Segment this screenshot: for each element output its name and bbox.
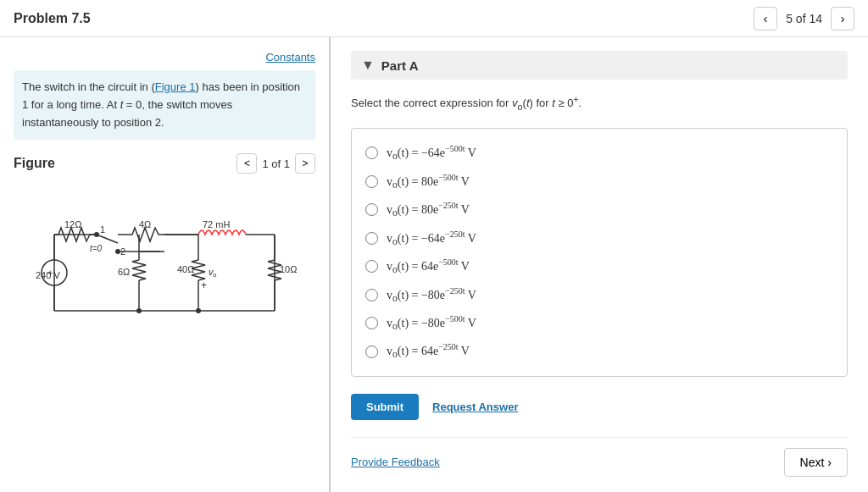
- right-panel: ▼ Part A Select the correct expression f…: [331, 37, 868, 492]
- choice-label-7: vo(t) = −80e−500t V: [387, 314, 476, 332]
- circuit-diagram: 12Ω 1 t=0 2: [14, 184, 315, 336]
- part-header: ▼ Part A: [351, 51, 848, 80]
- svg-text:o: o: [213, 271, 217, 279]
- choice-radio-6[interactable]: [365, 289, 378, 301]
- choice-item[interactable]: vo(t) = 64e−500t V: [365, 252, 833, 280]
- svg-point-38: [136, 308, 142, 313]
- svg-line-6: [97, 235, 118, 243]
- action-row: Submit Request Answer: [351, 394, 848, 420]
- problem-description: The switch in the circuit in (Figure 1) …: [14, 70, 315, 140]
- choice-item[interactable]: vo(t) = −64e−250t V: [365, 224, 833, 252]
- svg-point-39: [196, 308, 201, 313]
- submit-button[interactable]: Submit: [351, 394, 419, 420]
- figure-section: Figure < 1 of 1 >: [14, 153, 315, 336]
- main-layout: Constants The switch in the circuit in (…: [0, 37, 868, 492]
- svg-text:6Ω: 6Ω: [118, 267, 130, 277]
- choice-label-6: vo(t) = −80e−250t V: [387, 286, 476, 304]
- request-answer-link[interactable]: Request Answer: [432, 401, 518, 413]
- svg-text:10Ω: 10Ω: [280, 264, 297, 274]
- choice-radio-5[interactable]: [365, 260, 378, 273]
- choice-label-5: vo(t) = 64e−500t V: [387, 257, 470, 275]
- part-title: Part A: [381, 58, 419, 73]
- constants-link[interactable]: Constants: [14, 51, 315, 64]
- figure-next-button[interactable]: >: [295, 153, 315, 174]
- choice-label-1: vo(t) = −64e−500t V: [387, 144, 476, 162]
- svg-text:240 V: 240 V: [36, 270, 60, 280]
- choice-radio-2[interactable]: [365, 175, 378, 188]
- choice-item[interactable]: vo(t) = −80e−500t V: [365, 309, 833, 337]
- prev-problem-button[interactable]: ‹: [754, 7, 777, 30]
- question-text: Select the correct expression for vo(t) …: [351, 93, 848, 114]
- footer-row: Provide Feedback Next ›: [351, 437, 848, 487]
- choice-radio-8[interactable]: [365, 346, 378, 358]
- figure-prev-button[interactable]: <: [236, 153, 257, 174]
- problem-title: Problem 7.5: [14, 11, 91, 26]
- provide-feedback-link[interactable]: Provide Feedback: [351, 456, 440, 468]
- choices-box: vo(t) = −64e−500t V vo(t) = 80e−500t V v…: [351, 128, 848, 377]
- figure-nav-count: 1 of 1: [262, 158, 290, 170]
- choice-label-4: vo(t) = −64e−250t V: [387, 229, 476, 247]
- svg-text:t=0: t=0: [90, 244, 103, 253]
- choice-label-8: vo(t) = 64e−250t V: [387, 342, 470, 360]
- next-button[interactable]: Next ›: [784, 448, 848, 477]
- figure-nav: < 1 of 1 >: [236, 153, 315, 174]
- svg-text:1: 1: [100, 224, 105, 235]
- choice-item[interactable]: vo(t) = 80e−250t V: [365, 196, 833, 224]
- collapse-icon[interactable]: ▼: [361, 58, 375, 73]
- nav-controls: ‹ 5 of 14 ›: [754, 7, 854, 30]
- choice-item[interactable]: vo(t) = −80e−250t V: [365, 281, 833, 309]
- svg-text:12Ω: 12Ω: [64, 219, 81, 229]
- svg-text:40Ω: 40Ω: [177, 264, 194, 274]
- next-problem-button[interactable]: ›: [831, 7, 854, 30]
- choice-radio-1[interactable]: [365, 146, 378, 159]
- circuit-svg: 12Ω 1 t=0 2: [29, 184, 300, 336]
- choice-radio-7[interactable]: [365, 317, 378, 329]
- page-header: Problem 7.5 ‹ 5 of 14 ›: [0, 0, 868, 37]
- choice-item[interactable]: vo(t) = 64e−250t V: [365, 337, 833, 365]
- choice-radio-3[interactable]: [365, 203, 378, 216]
- svg-text:+: +: [201, 279, 207, 291]
- left-panel: Constants The switch in the circuit in (…: [0, 37, 331, 492]
- figure-header: Figure < 1 of 1 >: [14, 153, 315, 174]
- svg-text:72 mH: 72 mH: [203, 219, 230, 229]
- figure-label: Figure: [14, 156, 55, 171]
- next-label: Next: [800, 456, 825, 469]
- next-arrow-icon: ›: [827, 456, 832, 469]
- figure-link[interactable]: Figure 1: [155, 80, 196, 93]
- svg-text:4Ω: 4Ω: [139, 219, 151, 229]
- choice-label-2: vo(t) = 80e−500t V: [387, 173, 470, 191]
- choice-radio-4[interactable]: [365, 232, 378, 245]
- page-count: 5 of 14: [786, 12, 822, 25]
- choice-item[interactable]: vo(t) = −64e−500t V: [365, 139, 833, 167]
- choice-label-3: vo(t) = 80e−250t V: [387, 201, 470, 218]
- choice-item[interactable]: vo(t) = 80e−500t V: [365, 168, 833, 196]
